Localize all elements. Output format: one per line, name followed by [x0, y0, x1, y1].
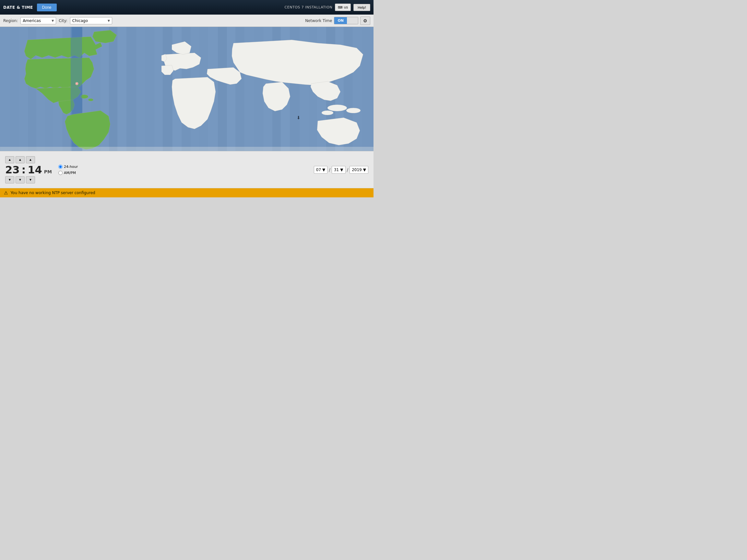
year-value: 2019 [352, 167, 362, 172]
bottom-controls: ▲ ▲ ▲ 23:14 PM ▼ ▼ ▼ 24-hour AM/PM 07 ▼ [0, 151, 374, 188]
svg-rect-16 [136, 27, 145, 151]
hours-down-button[interactable]: ▼ [5, 176, 14, 183]
format-24h-text: 24-hour [64, 165, 78, 169]
hours-up-button[interactable]: ▲ [5, 156, 14, 163]
ampm-down-button[interactable]: ▼ [26, 176, 35, 183]
city-select[interactable]: Chicago ▼ [70, 17, 112, 24]
format-ampm-text: AM/PM [64, 171, 76, 175]
svg-rect-18 [154, 27, 163, 151]
header-right: CENTOS 7 INSTALLATION ⌨ us Help! [285, 4, 370, 11]
format-24h-label[interactable]: 24-hour [58, 165, 78, 169]
map-container[interactable]: ⬇ [0, 27, 374, 151]
time-display: 23:14 PM [5, 165, 52, 175]
month-dropdown-arrow: ▼ [322, 167, 325, 172]
format-section: 24-hour AM/PM [58, 165, 78, 175]
time-down-buttons: ▼ ▼ ▼ [5, 176, 35, 183]
svg-point-47 [321, 110, 333, 115]
time-up-buttons: ▲ ▲ ▲ [5, 156, 35, 163]
svg-rect-14 [118, 27, 126, 151]
network-time-label: Network Time [305, 19, 332, 23]
region-select[interactable]: Americas ▼ [20, 17, 56, 24]
toolbar: Region: Americas ▼ City: Chicago ▼ Netwo… [0, 15, 374, 27]
page-title: DATE & TIME [3, 5, 33, 10]
toggle-on-label: ON [334, 17, 347, 24]
warning-icon: ⚠ [4, 190, 8, 195]
city-value: Chicago [72, 19, 88, 23]
year-select[interactable]: 2019 ▼ [350, 166, 368, 174]
region-dropdown-arrow: ▼ [52, 19, 54, 22]
svg-point-46 [346, 108, 361, 113]
svg-rect-2 [10, 27, 19, 151]
city-label: City: [59, 19, 68, 23]
svg-point-48 [76, 83, 77, 84]
region-label: Region: [3, 19, 18, 23]
minutes-up-button[interactable]: ▲ [16, 156, 25, 163]
world-map[interactable]: ⬇ [0, 27, 374, 151]
minutes-value: 14 [28, 165, 42, 175]
day-dropdown-arrow: ▼ [340, 167, 343, 172]
minutes-down-button[interactable]: ▼ [16, 176, 25, 183]
hours-value: 23 [5, 165, 20, 175]
svg-rect-25 [218, 27, 227, 151]
svg-rect-1 [0, 27, 10, 151]
date-section: 07 ▼ / 31 ▼ / 2019 ▼ [314, 166, 368, 174]
header-left: DATE & TIME Done [3, 4, 57, 11]
keyboard-input[interactable]: ⌨ us [335, 4, 351, 11]
keyboard-value: us [344, 5, 348, 9]
city-dropdown-arrow: ▼ [108, 19, 110, 22]
month-select[interactable]: 07 ▼ [314, 166, 328, 174]
svg-point-43 [88, 99, 93, 101]
warning-text: You have no working NTP server configure… [11, 191, 95, 195]
time-colon: : [22, 165, 26, 175]
centos-title: CENTOS 7 INSTALLATION [285, 5, 333, 9]
ampm-up-button[interactable]: ▲ [26, 156, 35, 163]
day-select[interactable]: 31 ▼ [332, 166, 345, 174]
svg-rect-41 [362, 27, 374, 151]
format-ampm-radio[interactable] [58, 171, 62, 175]
svg-rect-15 [126, 27, 136, 151]
done-button[interactable]: Done [37, 4, 57, 11]
toggle-off-label [347, 17, 358, 24]
svg-rect-17 [145, 27, 154, 151]
format-ampm-label[interactable]: AM/PM [58, 171, 78, 175]
region-value: Americas [23, 19, 41, 23]
header: DATE & TIME Done CENTOS 7 INSTALLATION ⌨… [0, 0, 374, 15]
year-dropdown-arrow: ▼ [363, 167, 366, 172]
network-time-area: Network Time ON ⚙ [305, 17, 370, 25]
day-value: 31 [334, 167, 339, 172]
date-separator-1: / [329, 167, 330, 172]
month-value: 07 [316, 167, 321, 172]
network-time-toggle[interactable]: ON [334, 17, 358, 24]
network-time-settings-button[interactable]: ⚙ [360, 17, 370, 25]
keyboard-icon: ⌨ [338, 5, 342, 9]
help-button[interactable]: Help! [353, 4, 370, 11]
svg-rect-13 [109, 27, 118, 151]
ampm-value: PM [44, 169, 52, 174]
svg-text:⬇: ⬇ [297, 115, 301, 120]
svg-point-45 [328, 105, 347, 111]
format-24h-radio[interactable] [58, 165, 62, 169]
date-separator-2: / [347, 167, 349, 172]
time-section: ▲ ▲ ▲ 23:14 PM ▼ ▼ ▼ [5, 156, 52, 183]
svg-rect-19 [163, 27, 173, 151]
warning-bar: ⚠ You have no working NTP server configu… [0, 188, 374, 197]
